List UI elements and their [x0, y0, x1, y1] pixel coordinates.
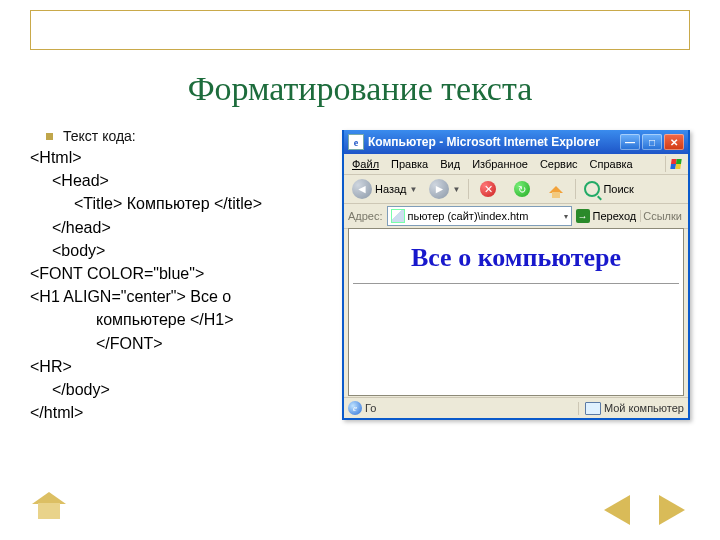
code-line: <Title> Компьютер </title>: [74, 192, 350, 215]
slide: Форматирование текста Текст кода: <Html>…: [0, 0, 720, 540]
chevron-down-icon: ▼: [452, 185, 460, 194]
prev-slide-button[interactable]: [604, 495, 630, 525]
maximize-button[interactable]: □: [642, 134, 662, 150]
forward-button[interactable]: ► ▼: [425, 177, 464, 201]
stop-icon: ✕: [480, 181, 496, 197]
code-line: </body>: [52, 378, 350, 401]
menu-favorites[interactable]: Избранное: [466, 158, 534, 170]
decorative-frame: [30, 10, 690, 50]
forward-arrow-icon: ►: [429, 179, 449, 199]
code-line: <FONT COLOR="blue">: [30, 262, 350, 285]
window-titlebar[interactable]: e Компьютер - Microsoft Internet Explore…: [344, 130, 688, 154]
bullet-row: Текст кода:: [46, 128, 136, 144]
ie-status-icon: e: [348, 401, 362, 415]
code-listing: <Html> <Head> <Title> Компьютер </title>…: [30, 146, 350, 424]
code-line: компьютере </H1>: [96, 308, 350, 331]
chevron-down-icon: ▼: [410, 185, 418, 194]
chevron-down-icon[interactable]: ▾: [564, 212, 568, 221]
page-viewport: Все о компьютере: [348, 228, 684, 396]
windows-flag-icon: [665, 156, 686, 172]
menu-bar: Файл Правка Вид Избранное Сервис Справка: [344, 154, 688, 175]
page-icon: [391, 209, 405, 223]
page-heading: Все о компьютере: [353, 243, 679, 273]
address-label: Адрес:: [348, 210, 383, 222]
home-button[interactable]: [541, 177, 571, 201]
computer-icon: [585, 402, 601, 415]
address-input[interactable]: пьютер (сайт)\index.htm ▾: [387, 206, 572, 226]
page-hr: [353, 283, 679, 284]
go-button[interactable]: → Переход: [576, 209, 637, 223]
refresh-icon: ↻: [514, 181, 530, 197]
nav-arrows: [0, 490, 720, 540]
search-button[interactable]: Поиск: [580, 177, 637, 201]
address-value: пьютер (сайт)\index.htm: [408, 210, 529, 222]
code-line: <HR>: [30, 355, 350, 378]
back-arrow-icon: ◄: [352, 179, 372, 199]
search-label: Поиск: [603, 183, 633, 195]
back-label: Назад: [375, 183, 407, 195]
bullet-label: Текст кода:: [63, 128, 136, 144]
window-title: Компьютер - Microsoft Internet Explorer: [368, 135, 616, 149]
search-icon: [584, 181, 600, 197]
status-bar: e Го Мой компьютер: [344, 397, 688, 418]
back-button[interactable]: ◄ Назад ▼: [348, 177, 421, 201]
menu-edit[interactable]: Правка: [385, 158, 434, 170]
address-bar: Адрес: пьютер (сайт)\index.htm ▾ → Перех…: [344, 204, 688, 229]
code-line: <H1 ALIGN="center"> Все о: [30, 285, 350, 308]
code-line: </html>: [30, 401, 350, 424]
bullet-icon: [46, 133, 53, 140]
ie-icon: e: [348, 134, 364, 150]
links-label[interactable]: Ссылки: [640, 210, 684, 222]
code-line: <Html>: [30, 146, 350, 169]
toolbar-separator: [468, 179, 469, 199]
toolbar-separator: [575, 179, 576, 199]
browser-window: e Компьютер - Microsoft Internet Explore…: [342, 130, 690, 420]
code-line: <body>: [52, 239, 350, 262]
slide-title: Форматирование текста: [0, 70, 720, 108]
menu-file[interactable]: Файл: [346, 158, 385, 170]
minimize-button[interactable]: —: [620, 134, 640, 150]
status-text-left: Го: [365, 402, 376, 414]
menu-tools[interactable]: Сервис: [534, 158, 584, 170]
next-slide-button[interactable]: [659, 495, 685, 525]
menu-help[interactable]: Справка: [584, 158, 639, 170]
home-icon: [547, 181, 565, 197]
menu-view[interactable]: Вид: [434, 158, 466, 170]
close-button[interactable]: ✕: [664, 134, 684, 150]
go-arrow-icon: →: [576, 209, 590, 223]
stop-button[interactable]: ✕: [473, 177, 503, 201]
code-line: </FONT>: [96, 332, 350, 355]
code-line: </head>: [52, 216, 350, 239]
status-text-right: Мой компьютер: [604, 402, 684, 414]
code-line: <Head>: [52, 169, 350, 192]
go-label: Переход: [593, 210, 637, 222]
refresh-button[interactable]: ↻: [507, 177, 537, 201]
toolbar: ◄ Назад ▼ ► ▼ ✕ ↻ Поиск: [344, 175, 688, 204]
